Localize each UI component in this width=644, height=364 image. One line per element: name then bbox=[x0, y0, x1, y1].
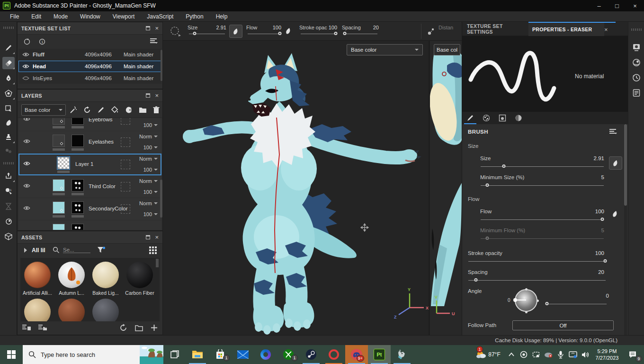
fill-layer-icon[interactable] bbox=[111, 106, 118, 114]
save-list-icon[interactable] bbox=[22, 324, 31, 331]
filter-icon[interactable] bbox=[97, 246, 106, 254]
task-view-button[interactable] bbox=[163, 345, 186, 364]
layer-opacity[interactable]: 100 bbox=[143, 189, 152, 195]
texture-set-row[interactable]: Fluff 4096x4096 Main shader bbox=[18, 49, 161, 60]
history-icon[interactable] bbox=[632, 73, 641, 82]
layer-color-thumbnail[interactable] bbox=[53, 179, 65, 191]
volume-icon[interactable] bbox=[580, 345, 591, 364]
bake-tool[interactable] bbox=[2, 215, 15, 228]
screen-share-icon[interactable] bbox=[567, 345, 579, 364]
shader-link-icon[interactable] bbox=[23, 38, 31, 46]
tab-texture-set-settings[interactable]: TEXTURE SET SETTINGS bbox=[462, 22, 528, 36]
asset-thumbnail[interactable] bbox=[92, 299, 119, 321]
drag-handle[interactable] bbox=[631, 28, 642, 31]
layer-fill-thumbnail[interactable] bbox=[53, 135, 65, 147]
effects-icon[interactable] bbox=[125, 106, 133, 114]
smudge-select-tool[interactable] bbox=[2, 102, 15, 115]
texture-set-row[interactable]: IrisEyes 4096x4096 Main shader bbox=[18, 73, 161, 84]
size-slider[interactable] bbox=[478, 164, 606, 170]
close-panel-icon[interactable]: × bbox=[155, 26, 159, 31]
flow-slider[interactable] bbox=[478, 217, 606, 223]
layer-visibility-icon[interactable] bbox=[23, 206, 30, 210]
layer-paint-thumbnail[interactable] bbox=[57, 157, 70, 169]
channel-filter-dropdown[interactable]: Base color bbox=[21, 104, 66, 116]
weather-widget[interactable]: 87°F 1 bbox=[472, 345, 505, 364]
smart-mask-icon[interactable] bbox=[83, 106, 91, 114]
trash-icon[interactable] bbox=[153, 106, 160, 114]
menu-item-python[interactable]: Python bbox=[179, 11, 209, 22]
layer-opacity[interactable]: 100 bbox=[143, 122, 152, 128]
panel-menu-icon[interactable] bbox=[150, 38, 158, 44]
close-tab-icon[interactable]: × bbox=[604, 22, 616, 36]
screen-clip-icon[interactable] bbox=[530, 345, 542, 364]
smudge-tool[interactable] bbox=[2, 117, 15, 129]
layer-row-layer1-selected[interactable]: Layer 1 Norm 100 bbox=[18, 154, 161, 175]
texture-set-row-selected[interactable]: Head 4096x4096 Main shader bbox=[18, 61, 161, 72]
mesh-tool[interactable] bbox=[2, 230, 15, 243]
asset-thumbnail[interactable] bbox=[126, 299, 153, 321]
paint-tool[interactable] bbox=[2, 42, 15, 54]
float-panel-icon[interactable] bbox=[146, 93, 150, 98]
layer-visibility-icon[interactable] bbox=[23, 161, 30, 166]
single-view-icon[interactable]: 1 bbox=[38, 38, 46, 46]
layer-row-secondary-color[interactable]: SecondaryColor Norm 100 bbox=[18, 198, 161, 220]
viewport-3d[interactable]: Y X Z Base color bbox=[163, 41, 429, 335]
layer-blend-mode[interactable]: Norm bbox=[139, 178, 152, 184]
visibility-eye-icon[interactable] bbox=[22, 52, 29, 57]
layer-visibility-icon[interactable] bbox=[23, 183, 30, 188]
float-panel-icon[interactable] bbox=[146, 26, 150, 30]
folder-list-icon[interactable] bbox=[38, 324, 47, 331]
layer-blend-mode[interactable]: Norm bbox=[139, 200, 152, 206]
menu-item-viewport[interactable]: Viewport bbox=[107, 11, 141, 22]
spacing-value[interactable]: 20 bbox=[576, 269, 604, 275]
menu-item-window[interactable]: Window bbox=[74, 11, 107, 22]
material-picker-tool[interactable] bbox=[2, 145, 15, 157]
layer-mask-thumbnail[interactable] bbox=[72, 224, 84, 230]
channel-dropdown-2d[interactable]: Base col bbox=[434, 44, 460, 55]
opera-icon[interactable] bbox=[322, 345, 345, 364]
pen-pressure-icon[interactable] bbox=[285, 27, 292, 34]
flow-pressure-icon[interactable] bbox=[612, 210, 618, 217]
spacing-slider[interactable] bbox=[341, 31, 380, 37]
export-tool[interactable] bbox=[2, 170, 15, 182]
angle-dial[interactable] bbox=[515, 289, 537, 312]
spacing-slider[interactable] bbox=[466, 278, 608, 283]
folder-icon[interactable] bbox=[139, 107, 147, 113]
add-asset-icon[interactable] bbox=[151, 324, 158, 331]
polygon-fill-tool[interactable] bbox=[2, 87, 15, 100]
expand-chevron-icon[interactable] bbox=[24, 248, 27, 253]
start-button[interactable] bbox=[0, 345, 23, 364]
smart-material-icon[interactable] bbox=[70, 106, 77, 114]
eraser-tool[interactable] bbox=[2, 57, 15, 69]
log-icon[interactable] bbox=[632, 88, 641, 98]
menu-item-javascript[interactable]: JavaScript bbox=[141, 11, 179, 22]
layer-row-partial[interactable] bbox=[18, 220, 161, 230]
angle-value[interactable]: 0 bbox=[581, 293, 609, 299]
stroke-opacity-slider[interactable] bbox=[466, 259, 608, 264]
section-menu-icon[interactable] bbox=[609, 129, 617, 135]
layer-row-eyebrows[interactable]: Eyebrows 100 bbox=[18, 118, 161, 131]
properties-scrollbar[interactable] bbox=[624, 124, 627, 335]
flow-value[interactable]: 100 bbox=[576, 209, 604, 214]
layer-mask-thumbnail[interactable] bbox=[72, 179, 84, 191]
subtab-stencil[interactable] bbox=[494, 112, 510, 124]
steam-icon[interactable] bbox=[300, 345, 322, 364]
layer-mask-thumbnail[interactable] bbox=[72, 201, 84, 214]
history-tool[interactable] bbox=[2, 200, 15, 212]
min-size-value[interactable]: 5 bbox=[576, 174, 604, 180]
close-button[interactable]: × bbox=[626, 0, 644, 11]
tray-expand-chevron[interactable] bbox=[506, 345, 517, 364]
layer-blend-mode[interactable]: Norm bbox=[139, 134, 152, 139]
subtab-material[interactable] bbox=[510, 112, 527, 124]
microsoft-365-icon[interactable] bbox=[254, 345, 277, 364]
onedrive-offline-icon[interactable] bbox=[543, 345, 554, 364]
viewer-settings-icon[interactable] bbox=[632, 58, 641, 67]
asset-thumbnail-carbon-fiber[interactable] bbox=[126, 262, 153, 288]
layer-opacity[interactable]: 100 bbox=[143, 211, 152, 217]
viewport-2d[interactable]: V U Base col bbox=[430, 41, 462, 335]
notification-center-icon[interactable]: 9 bbox=[623, 345, 642, 364]
microphone-icon[interactable] bbox=[555, 345, 566, 364]
scrollbar[interactable] bbox=[156, 259, 159, 267]
new-folder-icon[interactable] bbox=[135, 324, 143, 331]
size-slider[interactable] bbox=[187, 31, 227, 37]
